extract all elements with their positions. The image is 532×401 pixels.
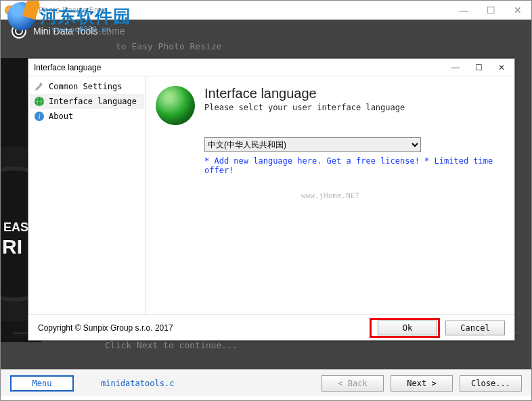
interface-language-dialog: Interface language — ☐ ✕ Common Settings… bbox=[28, 58, 515, 341]
dialog-title: Interface language bbox=[34, 63, 444, 72]
close-button[interactable]: ✕ bbox=[504, 1, 531, 19]
close-app-button[interactable]: Close... bbox=[460, 375, 522, 392]
dialog-minimize-button[interactable]: — bbox=[444, 60, 467, 75]
content-watermark: www.jHome.NET bbox=[301, 191, 359, 200]
brand-suffix: .come bbox=[99, 26, 125, 37]
promo-link[interactable]: * Add new language here. Get a free lice… bbox=[204, 156, 505, 175]
app-header-strip: Mini Data Tools.come bbox=[1, 20, 531, 41]
settings-icon bbox=[34, 81, 45, 92]
status-text: Click Next to continue... bbox=[105, 340, 238, 350]
globe-icon bbox=[34, 96, 45, 107]
dialog-body: Common Settings Interface language i Abo… bbox=[28, 76, 514, 314]
svg-text:i: i bbox=[38, 112, 40, 120]
cancel-button[interactable]: Cancel bbox=[445, 321, 505, 335]
highlight-box: Ok bbox=[370, 318, 440, 338]
language-select[interactable]: 中文(中华人民共和国) bbox=[204, 137, 421, 152]
bg-text-1: EAS bbox=[3, 220, 28, 235]
brand-label: Mini Data Tools.come bbox=[33, 26, 125, 37]
brand-text: Mini Data Tools bbox=[33, 26, 97, 37]
sidebar-item-label: About bbox=[49, 112, 73, 121]
next-button[interactable]: Next > bbox=[391, 375, 453, 392]
content-heading: Interface language bbox=[204, 86, 405, 101]
dialog-content: Interface language Please selct your use… bbox=[146, 76, 514, 314]
back-button[interactable]: < Back bbox=[322, 375, 384, 392]
dialog-close-button[interactable]: ✕ bbox=[490, 60, 513, 75]
dialog-sidebar: Common Settings Interface language i Abo… bbox=[28, 76, 146, 314]
menu-button[interactable]: Menu bbox=[10, 375, 74, 392]
dialog-maximize-button[interactable]: ☐ bbox=[467, 60, 490, 75]
main-footer: Menu minidatatools.c < Back Next > Close… bbox=[1, 369, 531, 396]
main-window-title: Easy Photo Resize Free bbox=[18, 5, 450, 15]
sidebar-item-label: Interface language bbox=[49, 97, 137, 106]
copyright-text: Copyright © Sunpix Group s.r.o. 2017 bbox=[38, 323, 370, 333]
sidebar-item-about[interactable]: i About bbox=[30, 109, 144, 124]
large-globe-icon bbox=[156, 86, 195, 125]
minimize-button[interactable]: — bbox=[450, 1, 477, 19]
body-area: EAS RI Interface language — ☐ ✕ Common S… bbox=[1, 58, 531, 369]
dialog-footer: Copyright © Sunpix Group s.r.o. 2017 Ok … bbox=[28, 314, 514, 340]
maximize-button[interactable]: ☐ bbox=[477, 1, 504, 19]
app-icon bbox=[5, 5, 14, 15]
sidebar-item-label: Common Settings bbox=[49, 82, 122, 91]
ok-button[interactable]: Ok bbox=[378, 321, 437, 335]
footer-url[interactable]: minidatatools.c bbox=[101, 379, 174, 388]
sidebar-item-common-settings[interactable]: Common Settings bbox=[30, 79, 144, 94]
info-icon: i bbox=[34, 111, 45, 122]
content-subheading: Please selct your user interface languag… bbox=[204, 103, 405, 112]
sidebar-item-interface-language[interactable]: Interface language bbox=[30, 94, 144, 109]
welcome-text: to Easy Photo Resize bbox=[1, 41, 531, 58]
main-window-titlebar: Easy Photo Resize Free — ☐ ✕ bbox=[1, 1, 531, 20]
dialog-titlebar: Interface language — ☐ ✕ bbox=[28, 59, 514, 76]
bg-text-2: RI bbox=[2, 235, 22, 258]
camera-icon bbox=[12, 24, 26, 39]
